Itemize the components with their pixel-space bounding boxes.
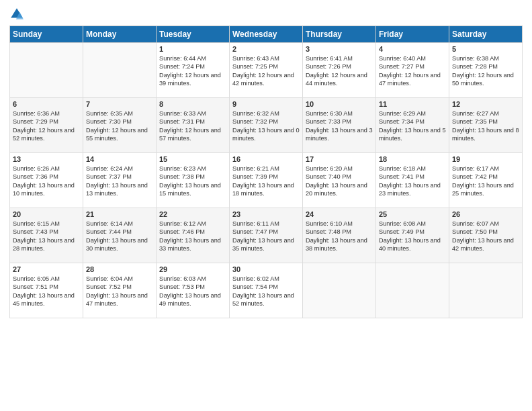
day-number: 14 — [86, 155, 153, 163]
day-number: 16 — [232, 155, 300, 163]
day-number: 3 — [306, 45, 373, 53]
cell-text: Sunrise: 6:14 AMSunset: 7:44 PMDaylight:… — [86, 220, 153, 253]
calendar-cell: 21Sunrise: 6:14 AMSunset: 7:44 PMDayligh… — [83, 208, 157, 263]
cell-text: Sunrise: 6:04 AMSunset: 7:52 PMDaylight:… — [86, 275, 153, 308]
calendar-cell: 29Sunrise: 6:03 AMSunset: 7:53 PMDayligh… — [157, 263, 230, 318]
day-number: 15 — [159, 155, 226, 163]
calendar-cell — [449, 263, 523, 318]
cell-text: Sunrise: 6:41 AMSunset: 7:26 PMDaylight:… — [306, 54, 373, 88]
day-number: 10 — [306, 100, 373, 108]
cell-text: Sunrise: 6:02 AMSunset: 7:54 PMDaylight:… — [232, 275, 300, 308]
cell-text: Sunrise: 6:10 AMSunset: 7:48 PMDaylight:… — [306, 220, 373, 253]
cell-text: Sunrise: 6:24 AMSunset: 7:37 PMDaylight:… — [86, 165, 153, 198]
calendar-day-header: Friday — [376, 26, 449, 43]
calendar-cell: 22Sunrise: 6:12 AMSunset: 7:46 PMDayligh… — [157, 208, 230, 263]
cell-text: Sunrise: 6:05 AMSunset: 7:51 PMDaylight:… — [13, 275, 80, 308]
day-number: 6 — [13, 100, 80, 108]
calendar-cell: 23Sunrise: 6:11 AMSunset: 7:47 PMDayligh… — [230, 208, 303, 263]
cell-text: Sunrise: 6:17 AMSunset: 7:42 PMDaylight:… — [452, 165, 519, 198]
cell-text: Sunrise: 6:30 AMSunset: 7:33 PMDaylight:… — [306, 109, 373, 143]
calendar-cell: 25Sunrise: 6:08 AMSunset: 7:49 PMDayligh… — [376, 208, 449, 263]
cell-text: Sunrise: 6:43 AMSunset: 7:25 PMDaylight:… — [232, 54, 300, 88]
day-number: 28 — [86, 265, 153, 273]
cell-text: Sunrise: 6:20 AMSunset: 7:40 PMDaylight:… — [306, 165, 373, 198]
day-number: 24 — [306, 210, 373, 218]
day-number: 7 — [86, 100, 153, 108]
calendar-day-header: Monday — [83, 26, 157, 43]
calendar-cell — [83, 43, 157, 98]
day-number: 8 — [159, 100, 226, 108]
calendar-cell: 18Sunrise: 6:18 AMSunset: 7:41 PMDayligh… — [376, 153, 449, 208]
calendar-cell: 16Sunrise: 6:21 AMSunset: 7:39 PMDayligh… — [230, 153, 303, 208]
cell-text: Sunrise: 6:36 AMSunset: 7:29 PMDaylight:… — [13, 109, 80, 143]
cell-text: Sunrise: 6:29 AMSunset: 7:34 PMDaylight:… — [379, 109, 446, 143]
calendar-week-row: 6Sunrise: 6:36 AMSunset: 7:29 PMDaylight… — [10, 98, 523, 153]
cell-text: Sunrise: 6:12 AMSunset: 7:46 PMDaylight:… — [159, 220, 226, 253]
day-number: 12 — [452, 100, 519, 108]
day-number: 4 — [379, 45, 446, 53]
calendar-cell: 14Sunrise: 6:24 AMSunset: 7:37 PMDayligh… — [83, 153, 157, 208]
day-number: 5 — [452, 45, 519, 53]
calendar-week-row: 27Sunrise: 6:05 AMSunset: 7:51 PMDayligh… — [10, 263, 523, 318]
cell-text: Sunrise: 6:35 AMSunset: 7:30 PMDaylight:… — [86, 109, 153, 143]
cell-text: Sunrise: 6:03 AMSunset: 7:53 PMDaylight:… — [159, 275, 226, 308]
day-number: 18 — [379, 155, 446, 163]
day-number: 17 — [306, 155, 373, 163]
calendar-cell: 7Sunrise: 6:35 AMSunset: 7:30 PMDaylight… — [83, 98, 157, 153]
cell-text: Sunrise: 6:38 AMSunset: 7:28 PMDaylight:… — [452, 54, 519, 88]
logo — [9, 7, 26, 21]
calendar-day-header: Saturday — [449, 26, 523, 43]
calendar-header-row: SundayMondayTuesdayWednesdayThursdayFrid… — [10, 26, 523, 43]
day-number: 20 — [13, 210, 80, 218]
day-number: 21 — [86, 210, 153, 218]
day-number: 26 — [452, 210, 519, 218]
calendar-cell: 17Sunrise: 6:20 AMSunset: 7:40 PMDayligh… — [303, 153, 376, 208]
calendar-day-header: Sunday — [10, 26, 83, 43]
calendar-cell: 6Sunrise: 6:36 AMSunset: 7:29 PMDaylight… — [10, 98, 83, 153]
day-number: 11 — [379, 100, 446, 108]
header — [9, 7, 523, 21]
day-number: 27 — [13, 265, 80, 273]
day-number: 22 — [159, 210, 226, 218]
calendar-day-header: Tuesday — [157, 26, 230, 43]
calendar-cell: 26Sunrise: 6:07 AMSunset: 7:50 PMDayligh… — [449, 208, 523, 263]
cell-text: Sunrise: 6:08 AMSunset: 7:49 PMDaylight:… — [379, 220, 446, 253]
calendar-cell: 5Sunrise: 6:38 AMSunset: 7:28 PMDaylight… — [449, 43, 523, 98]
calendar-cell: 1Sunrise: 6:44 AMSunset: 7:24 PMDaylight… — [157, 43, 230, 98]
day-number: 1 — [159, 45, 226, 53]
cell-text: Sunrise: 6:27 AMSunset: 7:35 PMDaylight:… — [452, 109, 519, 143]
calendar-cell: 3Sunrise: 6:41 AMSunset: 7:26 PMDaylight… — [303, 43, 376, 98]
day-number: 23 — [232, 210, 300, 218]
day-number: 9 — [232, 100, 300, 108]
page: SundayMondayTuesdayWednesdayThursdayFrid… — [0, 0, 532, 411]
calendar-cell: 12Sunrise: 6:27 AMSunset: 7:35 PMDayligh… — [449, 98, 523, 153]
calendar-week-row: 20Sunrise: 6:15 AMSunset: 7:43 PMDayligh… — [10, 208, 523, 263]
calendar-cell — [10, 43, 83, 98]
calendar-cell: 13Sunrise: 6:26 AMSunset: 7:36 PMDayligh… — [10, 153, 83, 208]
cell-text: Sunrise: 6:26 AMSunset: 7:36 PMDaylight:… — [13, 165, 80, 198]
calendar-cell — [376, 263, 449, 318]
day-number: 13 — [13, 155, 80, 163]
calendar-cell: 8Sunrise: 6:33 AMSunset: 7:31 PMDaylight… — [157, 98, 230, 153]
calendar-cell: 19Sunrise: 6:17 AMSunset: 7:42 PMDayligh… — [449, 153, 523, 208]
cell-text: Sunrise: 6:32 AMSunset: 7:32 PMDaylight:… — [232, 109, 300, 143]
calendar-table: SundayMondayTuesdayWednesdayThursdayFrid… — [9, 26, 523, 318]
calendar-cell: 4Sunrise: 6:40 AMSunset: 7:27 PMDaylight… — [376, 43, 449, 98]
calendar-day-header: Thursday — [303, 26, 376, 43]
day-number: 29 — [159, 265, 226, 273]
cell-text: Sunrise: 6:15 AMSunset: 7:43 PMDaylight:… — [13, 220, 80, 253]
cell-text: Sunrise: 6:23 AMSunset: 7:38 PMDaylight:… — [159, 165, 226, 198]
cell-text: Sunrise: 6:44 AMSunset: 7:24 PMDaylight:… — [159, 54, 226, 88]
calendar-cell — [303, 263, 376, 318]
cell-text: Sunrise: 6:07 AMSunset: 7:50 PMDaylight:… — [452, 220, 519, 253]
cell-text: Sunrise: 6:11 AMSunset: 7:47 PMDaylight:… — [232, 220, 300, 253]
calendar-cell: 9Sunrise: 6:32 AMSunset: 7:32 PMDaylight… — [230, 98, 303, 153]
day-number: 19 — [452, 155, 519, 163]
logo-icon — [9, 7, 24, 21]
day-number: 2 — [232, 45, 300, 53]
calendar-cell: 27Sunrise: 6:05 AMSunset: 7:51 PMDayligh… — [10, 263, 83, 318]
cell-text: Sunrise: 6:18 AMSunset: 7:41 PMDaylight:… — [379, 165, 446, 198]
calendar-cell: 28Sunrise: 6:04 AMSunset: 7:52 PMDayligh… — [83, 263, 157, 318]
calendar-cell: 10Sunrise: 6:30 AMSunset: 7:33 PMDayligh… — [303, 98, 376, 153]
cell-text: Sunrise: 6:40 AMSunset: 7:27 PMDaylight:… — [379, 54, 446, 88]
